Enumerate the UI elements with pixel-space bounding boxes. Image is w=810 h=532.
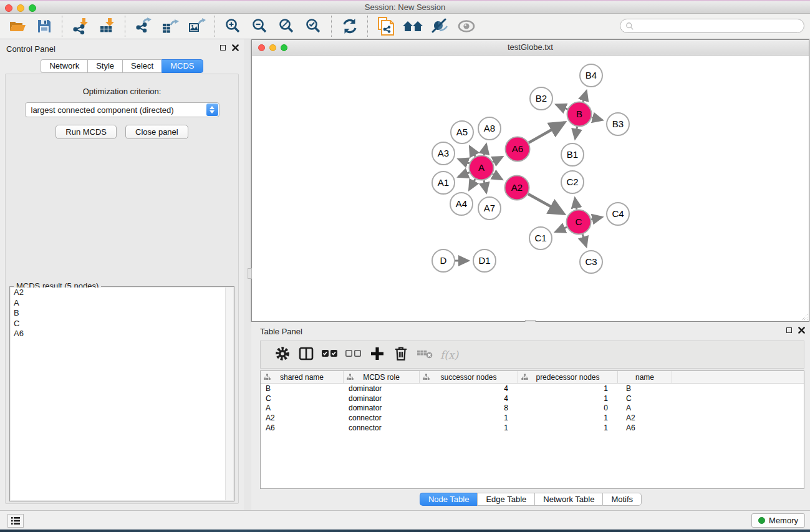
edge-A6-B[interactable]	[529, 123, 564, 143]
edge-A-A3[interactable]	[458, 159, 469, 163]
deselect-all-button[interactable]	[342, 344, 365, 366]
edge-A-A1[interactable]	[458, 173, 470, 177]
cell[interactable]: 1	[518, 423, 618, 432]
cell[interactable]: B	[618, 384, 672, 393]
select-all-button[interactable]	[318, 344, 342, 366]
node-B[interactable]: B	[567, 102, 592, 127]
mcds-result-list[interactable]: A2ABCA6	[11, 288, 233, 500]
edge-B-B4[interactable]	[583, 91, 586, 102]
cell[interactable]: A6	[618, 423, 672, 432]
cell[interactable]: 8	[420, 404, 518, 412]
edge-B-B3[interactable]	[592, 117, 602, 120]
node-A2[interactable]: A2	[505, 176, 529, 200]
column-header-name[interactable]: name	[618, 371, 672, 383]
column-header-predecessor-nodes[interactable]: predecessor nodes	[518, 371, 618, 383]
cell[interactable]: 0	[518, 404, 618, 412]
edge-B-B1[interactable]	[575, 127, 577, 138]
column-header-shared-name[interactable]: shared name	[261, 371, 344, 383]
cell[interactable]: dominator	[344, 384, 420, 393]
node-A7[interactable]: A7	[478, 197, 501, 220]
zoom-selected-button[interactable]	[300, 15, 327, 37]
delete-button[interactable]	[389, 344, 413, 366]
edge-A-A5[interactable]	[470, 147, 475, 157]
cell[interactable]: A6	[261, 423, 344, 432]
tab-style[interactable]: Style	[87, 59, 122, 73]
tab-motifs[interactable]: Motifs	[602, 493, 642, 506]
result-item[interactable]: B	[11, 308, 233, 319]
node-B4[interactable]: B4	[580, 64, 602, 87]
export-network-button[interactable]	[130, 15, 157, 37]
zoom-in-button[interactable]	[219, 15, 246, 37]
close-window-icon[interactable]	[5, 4, 12, 12]
table-row[interactable]: A6connector11A6	[261, 423, 804, 433]
cell[interactable]: 4	[420, 384, 518, 393]
tab-network[interactable]: Network	[41, 59, 87, 73]
cell[interactable]: dominator	[344, 394, 420, 403]
edge-A-A7[interactable]	[484, 180, 486, 192]
run-mcds-button[interactable]: Run MCDS	[55, 125, 117, 139]
optimization-criterion-select[interactable]: largest connected component (directed)	[25, 102, 219, 117]
edge-C-C2[interactable]	[575, 198, 577, 210]
zoom-window-icon[interactable]	[29, 4, 36, 12]
close-panel-button[interactable]: Close panel	[125, 125, 188, 139]
tab-select[interactable]: Select	[122, 59, 162, 73]
result-item[interactable]: A	[11, 298, 233, 309]
node-C2[interactable]: C2	[561, 171, 584, 193]
node-A[interactable]: A	[470, 156, 494, 180]
table-row[interactable]: Adominator80A	[261, 404, 804, 414]
cell[interactable]: A2	[618, 414, 672, 422]
cell[interactable]: 1	[420, 414, 518, 422]
cell[interactable]: connector	[344, 423, 420, 432]
edge-A-A8[interactable]	[484, 144, 486, 155]
node-D1[interactable]: D1	[473, 249, 496, 272]
zoom-out-button[interactable]	[246, 15, 273, 37]
node-B3[interactable]: B3	[607, 113, 629, 135]
cell[interactable]: C	[618, 394, 672, 403]
hide-panel-button[interactable]	[426, 15, 453, 37]
delete-table-button[interactable]	[413, 344, 436, 366]
node-A3[interactable]: A3	[432, 142, 455, 165]
cell[interactable]: 1	[420, 423, 518, 432]
cell[interactable]: A	[261, 404, 344, 412]
search-input[interactable]	[620, 19, 804, 33]
column-header-MCDS-role[interactable]: MCDS role	[344, 371, 420, 383]
gear-button[interactable]	[271, 344, 294, 366]
splitter-handle[interactable]	[248, 268, 252, 279]
zoom-fit-button[interactable]	[273, 15, 300, 37]
node-B1[interactable]: B1	[561, 143, 584, 166]
node-A5[interactable]: A5	[451, 121, 473, 143]
cell[interactable]: A2	[261, 414, 344, 422]
tab-edge-table[interactable]: Edge Table	[477, 493, 534, 506]
node-A6[interactable]: A6	[506, 137, 530, 162]
tab-node-table[interactable]: Node Table	[420, 493, 478, 506]
list-scrollbar[interactable]	[225, 288, 233, 500]
cell[interactable]: dominator	[344, 404, 420, 412]
edge-A-A2[interactable]	[493, 174, 502, 180]
resize-grip-icon[interactable]	[799, 312, 808, 321]
cell[interactable]: 1	[518, 394, 618, 403]
cell[interactable]: B	[261, 384, 344, 393]
net-zoom-icon[interactable]	[281, 44, 287, 51]
node-D[interactable]: D	[432, 249, 455, 272]
node-C[interactable]: C	[567, 210, 591, 235]
cell[interactable]: connector	[344, 414, 420, 422]
column-view-button[interactable]	[294, 344, 318, 366]
cell[interactable]: 4	[420, 394, 518, 403]
edge-A2-C[interactable]	[528, 194, 564, 214]
column-header-successor-nodes[interactable]: successor nodes	[420, 371, 518, 383]
net-close-icon[interactable]	[258, 44, 265, 51]
tab-mcds[interactable]: MCDS	[162, 59, 203, 73]
result-item[interactable]: C	[11, 319, 233, 329]
table-row[interactable]: Bdominator41B	[261, 384, 804, 394]
network-window-titlebar[interactable]: testGlobe.txt	[252, 40, 809, 56]
node-C3[interactable]: C3	[580, 251, 602, 273]
home-button[interactable]	[399, 15, 426, 37]
refresh-button[interactable]	[336, 15, 363, 37]
import-table-button[interactable]	[94, 15, 120, 37]
net-minimize-icon[interactable]	[269, 44, 276, 51]
function-builder-button[interactable]: f(x)	[440, 349, 458, 361]
memory-button[interactable]: Memory	[751, 513, 805, 528]
network-canvas[interactable]: B4B2BB3A5A8A6B1A3AA1C2A2A4A7C4CC1C3DD1	[252, 56, 809, 321]
node-A4[interactable]: A4	[450, 193, 473, 215]
edge-B-B2[interactable]	[556, 105, 567, 109]
